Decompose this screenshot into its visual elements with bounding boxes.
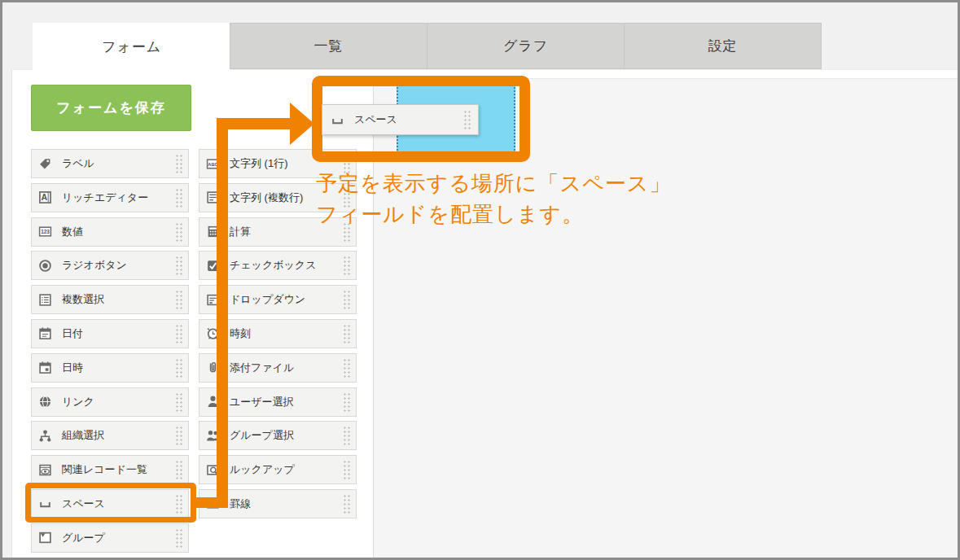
palette-item[interactable]: Aリッチエディター (31, 183, 189, 212)
palette-item[interactable]: スペース (31, 489, 189, 518)
palette-item-label: 添付ファイル (230, 361, 343, 375)
palette-item[interactable]: グループ選択 (199, 421, 357, 450)
drag-handle[interactable] (175, 459, 183, 480)
checkbox-icon (204, 259, 221, 273)
tab-form[interactable]: フォーム (33, 23, 230, 71)
drag-handle[interactable] (343, 289, 351, 310)
palette-item[interactable]: 罫線 (199, 489, 357, 518)
palette-item[interactable]: 日時 (31, 353, 189, 383)
annotation-text: 予定を表示する場所に「スペース」 フィールドを配置します。 (316, 168, 671, 230)
multi-select-icon (37, 293, 54, 307)
palette-item[interactable]: ルックアップ (199, 455, 357, 484)
rich-editor-icon: A (37, 190, 54, 204)
palette-item-label: リッチエディター (62, 190, 175, 205)
text-multi-icon (204, 190, 221, 204)
palette-item-label: 日時 (62, 361, 175, 375)
drag-handle[interactable] (175, 255, 183, 276)
drag-handle[interactable] (175, 323, 183, 344)
drag-handle[interactable] (343, 357, 351, 378)
svg-text:ABC: ABC (208, 162, 217, 167)
palette-item-label: 複数選択 (62, 292, 175, 307)
dragged-space-field[interactable]: スペース (322, 104, 479, 135)
drag-handle[interactable] (343, 392, 351, 413)
tab-settings[interactable]: 設定 (624, 23, 822, 69)
drag-handle[interactable] (343, 255, 351, 276)
palette-item-label: ラジオボタン (62, 258, 175, 273)
palette-item[interactable]: 日付 (31, 319, 189, 348)
tab-bar: フォーム一覧グラフ設定 (33, 23, 822, 69)
drag-handle[interactable] (175, 153, 183, 174)
palette-item[interactable]: 時刻 (199, 319, 357, 348)
drag-handle[interactable] (175, 221, 183, 243)
text-single-icon: ABC (204, 157, 221, 171)
svg-text:A: A (42, 193, 48, 203)
annotation-line-2: フィールドを配置します。 (316, 199, 671, 230)
palette-item[interactable]: ドロップダウン (199, 285, 357, 314)
palette-item[interactable]: チェックボックス (199, 251, 357, 280)
related-records-icon (37, 463, 54, 477)
drag-handle[interactable] (175, 425, 183, 446)
palette-item-label: ラベル (62, 156, 175, 171)
save-form-button[interactable]: フォームを保存 (31, 85, 191, 131)
palette-item[interactable]: 複数選択 (31, 285, 189, 314)
palette-item-label: グループ選択 (230, 428, 343, 443)
svg-text:123: 123 (41, 229, 50, 234)
palette-item[interactable]: ユーザー選択 (199, 387, 357, 417)
org-select-icon (37, 429, 54, 443)
palette-item-label: 数値 (62, 225, 175, 239)
group-icon (37, 531, 54, 545)
annotation-line-1: 予定を表示する場所に「スペース」 (316, 168, 671, 199)
palette-item[interactable]: 組織選択 (31, 421, 189, 450)
palette-item[interactable]: 関連レコード一覧 (31, 455, 189, 484)
palette-item-label: 日付 (62, 326, 175, 341)
drag-handle[interactable] (343, 425, 351, 446)
lookup-icon (204, 463, 221, 477)
drag-handle[interactable] (175, 527, 183, 549)
radio-button-icon (37, 259, 54, 273)
tab-graph[interactable]: グラフ (427, 23, 625, 69)
time-icon (204, 326, 221, 340)
palette-item-label: 罫線 (230, 497, 343, 511)
palette-item[interactable]: グループ (31, 523, 189, 553)
drag-handle[interactable] (175, 187, 183, 208)
app-window: フォーム一覧グラフ設定 フォームを保存 ラベルAリッチエディター123数値ラジオ… (0, 0, 960, 560)
number-icon: 123 (37, 225, 54, 238)
group-select-icon (204, 429, 221, 443)
datetime-icon (37, 361, 54, 374)
palette-item-label: 時刻 (230, 326, 343, 341)
border-icon (204, 497, 221, 510)
palette-item-label: ドロップダウン (230, 292, 343, 307)
drag-handle[interactable] (175, 289, 183, 310)
palette-item[interactable]: ラジオボタン (31, 251, 189, 280)
palette-item-label: チェックボックス (230, 258, 343, 273)
palette-item-label: リンク (62, 395, 175, 409)
date-icon (37, 326, 54, 340)
attachment-icon (204, 361, 221, 374)
link-icon (37, 395, 54, 409)
drag-handle[interactable] (343, 493, 351, 514)
dropdown-icon (204, 293, 221, 307)
palette-item-label: ルックアップ (230, 462, 343, 477)
palette-item[interactable]: 123数値 (31, 217, 189, 247)
palette-item-label: ユーザー選択 (230, 395, 343, 409)
tab-list[interactable]: 一覧 (230, 23, 427, 69)
drag-handle[interactable] (463, 109, 471, 130)
space-icon (37, 497, 54, 510)
tag-icon (37, 157, 54, 171)
palette-item-label: 関連レコード一覧 (62, 462, 175, 477)
palette-item[interactable]: 添付ファイル (199, 353, 357, 383)
palette-item[interactable]: リンク (31, 387, 189, 417)
palette-item[interactable]: ラベル (31, 149, 189, 178)
drag-handle[interactable] (175, 357, 183, 378)
drag-handle[interactable] (343, 459, 351, 480)
space-icon (329, 113, 346, 127)
field-palette-column-1: ラベルAリッチエディター123数値ラジオボタン複数選択日付日時リンク組織選択関連… (31, 149, 189, 558)
dragged-field-label: スペース (354, 112, 463, 127)
palette-item-label: スペース (62, 497, 175, 511)
drag-handle[interactable] (175, 493, 183, 514)
palette-item-label: 組織選択 (62, 428, 175, 443)
calc-icon (204, 225, 221, 238)
user-select-icon (204, 395, 221, 409)
drag-handle[interactable] (175, 392, 183, 413)
drag-handle[interactable] (343, 323, 351, 344)
